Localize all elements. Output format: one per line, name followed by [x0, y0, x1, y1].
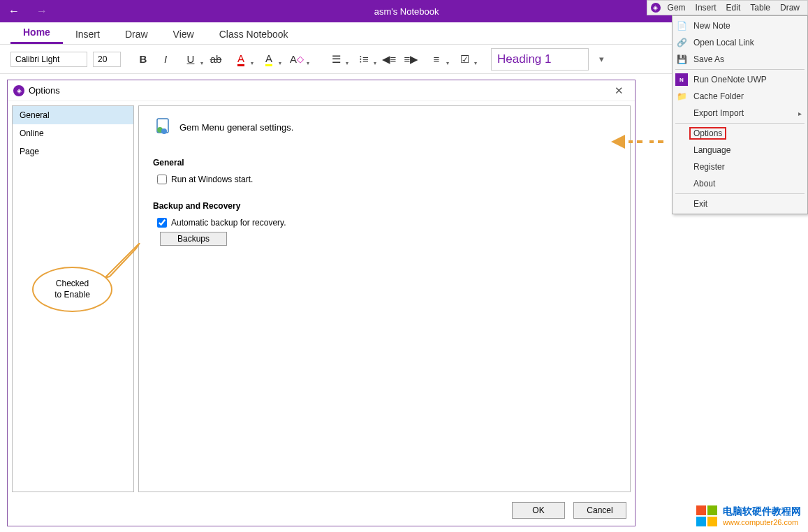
- gem-menu-insert[interactable]: Insert: [691, 1, 721, 14]
- folder-icon: 📁: [675, 90, 688, 103]
- callout-checked-to-enable: Checked to Enable: [32, 267, 112, 312]
- align-button[interactable]: ≡: [423, 50, 450, 69]
- number-list-button[interactable]: ⁝≡: [350, 50, 378, 69]
- gem-menubar: ◈ Gem Insert Edit Table Draw: [647, 0, 808, 15]
- font-name-input[interactable]: [10, 52, 87, 67]
- section-general-title: General: [153, 158, 616, 168]
- onenote-icon: N: [675, 73, 688, 86]
- style-select-value: Heading 1: [497, 52, 552, 66]
- save-icon: 💾: [675, 53, 688, 66]
- tab-view[interactable]: View: [161, 24, 207, 44]
- auto-backup-checkbox[interactable]: [157, 218, 167, 228]
- nav-page[interactable]: Page: [13, 142, 133, 161]
- todo-button[interactable]: ☑: [450, 50, 478, 69]
- svg-marker-0: [611, 135, 625, 149]
- nav-online[interactable]: Online: [13, 124, 133, 142]
- ok-button[interactable]: OK: [512, 502, 565, 519]
- tab-draw[interactable]: Draw: [112, 24, 161, 44]
- menu-options[interactable]: Options: [673, 125, 807, 142]
- menu-register[interactable]: Register: [673, 158, 807, 175]
- run-at-start-row[interactable]: Run at Windows start.: [157, 175, 616, 184]
- dialog-titlebar: ◈ Options ✕: [8, 80, 635, 101]
- callout-tail: [101, 243, 143, 281]
- gem-menu-gem[interactable]: Gem: [663, 1, 690, 14]
- forward-button: →: [28, 0, 56, 22]
- gem-menu-table[interactable]: Table: [746, 1, 774, 14]
- dialog-content: Gem Menu general settings. General Run a…: [138, 105, 631, 492]
- gem-dropdown: 📄New Note 🔗Open Local Link 💾Save As NRun…: [672, 15, 808, 214]
- clear-format-button[interactable]: A◇: [283, 50, 311, 69]
- dialog-close-button[interactable]: ✕: [608, 84, 629, 97]
- underline-button[interactable]: U: [177, 50, 205, 69]
- auto-backup-row[interactable]: Automatic backup for recovery.: [157, 218, 616, 228]
- backups-button[interactable]: Backups: [160, 232, 227, 246]
- back-button[interactable]: ←: [0, 0, 28, 22]
- run-at-start-checkbox[interactable]: [157, 175, 167, 184]
- auto-backup-label: Automatic backup for recovery.: [171, 218, 286, 228]
- style-select[interactable]: Heading 1: [491, 48, 589, 71]
- menu-separator: [675, 193, 805, 194]
- tab-home[interactable]: Home: [10, 22, 63, 44]
- link-icon: 🔗: [675, 36, 688, 49]
- menu-cache-folder[interactable]: 📁Cache Folder: [673, 88, 807, 105]
- indent-button[interactable]: ≡▶: [400, 50, 423, 69]
- strikethrough-button[interactable]: ab: [205, 50, 227, 69]
- menu-open-local-link[interactable]: 🔗Open Local Link: [673, 34, 807, 51]
- dialog-header-text: Gem Menu general settings.: [179, 122, 293, 133]
- menu-about[interactable]: About: [673, 175, 807, 192]
- font-color-button[interactable]: A: [227, 50, 255, 69]
- menu-export-import[interactable]: Export Import: [673, 105, 807, 121]
- bullet-list-button[interactable]: ☰: [322, 50, 350, 69]
- gem-icon: ◈: [651, 3, 661, 13]
- watermark-title: 电脑软硬件教程网: [723, 505, 801, 518]
- gem-icon: ◈: [13, 85, 24, 96]
- bold-button[interactable]: B: [132, 50, 154, 69]
- menu-language[interactable]: Language: [673, 142, 807, 158]
- settings-icon: [153, 117, 172, 137]
- menu-save-as[interactable]: 💾Save As: [673, 51, 807, 68]
- tab-insert[interactable]: Insert: [63, 24, 112, 44]
- svg-point-3: [161, 128, 167, 134]
- windows-logo-icon: [696, 505, 717, 526]
- new-note-icon: 📄: [675, 20, 688, 32]
- outdent-button[interactable]: ◀≡: [378, 50, 400, 69]
- run-at-start-label: Run at Windows start.: [171, 175, 253, 184]
- menu-exit[interactable]: Exit: [673, 195, 807, 212]
- dialog-title: Options: [29, 85, 60, 96]
- menu-run-onenote-uwp[interactable]: NRun OneNote UWP: [673, 71, 807, 88]
- annotation-arrow: [611, 131, 667, 152]
- highlight-button[interactable]: A: [255, 50, 283, 69]
- style-select-caret[interactable]: ▾: [594, 54, 608, 64]
- watermark: 电脑软硬件教程网 www.computer26.com: [696, 505, 801, 526]
- menu-separator: [675, 123, 805, 124]
- menu-separator: [675, 69, 805, 70]
- gem-menu-draw[interactable]: Draw: [776, 1, 804, 14]
- nav-general[interactable]: General: [13, 106, 133, 124]
- gem-menu-edit[interactable]: Edit: [722, 1, 745, 14]
- cancel-button[interactable]: Cancel: [573, 502, 626, 519]
- tab-class-notebook[interactable]: Class Notebook: [207, 24, 301, 44]
- font-size-input[interactable]: [93, 52, 121, 67]
- watermark-url: www.computer26.com: [723, 518, 801, 526]
- section-backup-title: Backup and Recovery: [153, 201, 616, 211]
- italic-button[interactable]: I: [154, 50, 177, 69]
- menu-new-note[interactable]: 📄New Note: [673, 17, 807, 34]
